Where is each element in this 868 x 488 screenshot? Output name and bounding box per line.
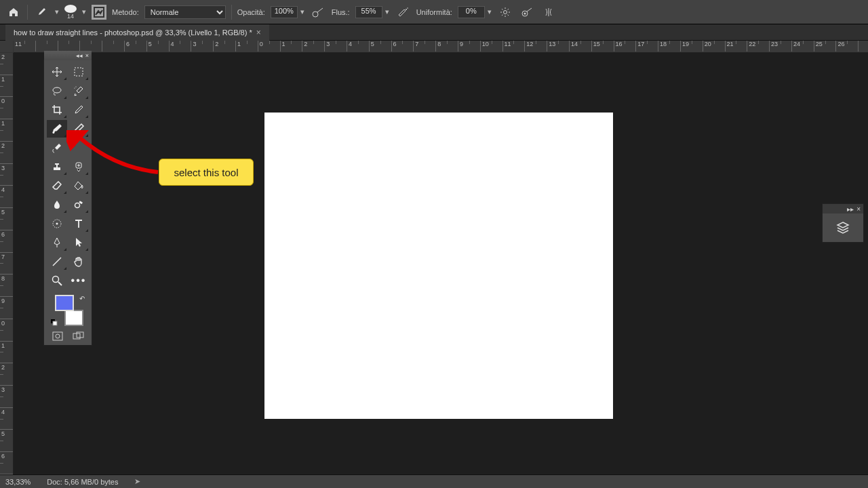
svg-point-6 — [524, 12, 526, 14]
close-icon[interactable]: × — [85, 52, 89, 59]
panel-collapse-icon[interactable]: ◂◂ — [76, 52, 83, 59]
chevron-down-icon[interactable]: ▾ — [82, 7, 86, 16]
svg-rect-22 — [53, 332, 62, 340]
quick-mask-icon[interactable] — [50, 330, 65, 342]
ruler-mark: 9 — [0, 297, 13, 319]
pressure-size-icon[interactable] — [519, 4, 535, 20]
ruler-mark: 0 — [258, 41, 281, 52]
ruler-mark: 23 — [770, 41, 792, 52]
ruler-mark: 10 — [481, 41, 503, 52]
canvas-document[interactable] — [264, 113, 613, 419]
ruler-mark: 5 — [0, 208, 13, 230]
ruler-mark: 3 — [0, 386, 13, 408]
brush-preset-picker[interactable]: 14 — [64, 5, 77, 20]
document-tab-title: how to draw straight lines - photoshop.p… — [14, 28, 252, 37]
blend-mode-select[interactable]: Normale — [144, 5, 226, 19]
chevron-right-icon[interactable]: ➤ — [134, 477, 140, 486]
ruler-mark: 7 — [414, 41, 436, 52]
symmetry-icon[interactable] — [540, 4, 557, 20]
layers-panel-collapsed[interactable]: ▸▸ × — [822, 203, 864, 243]
home-button[interactable] — [5, 4, 22, 20]
healing-brush-tool-icon[interactable] — [68, 158, 89, 176]
zoom-level[interactable]: 33,33% — [5, 478, 31, 486]
ruler-mark: 6 — [0, 230, 13, 253]
ruler-horizontal[interactable]: 1165432101234567891011121314151617181920… — [14, 41, 868, 53]
crop-tool-icon[interactable] — [47, 101, 67, 119]
doc-size[interactable]: Doc: 5,66 MB/0 bytes — [47, 478, 118, 486]
path-select-tool-icon[interactable] — [68, 234, 89, 251]
marquee-tool-icon[interactable] — [68, 63, 89, 81]
ruler-mark: 5 — [147, 41, 170, 52]
divider — [27, 5, 28, 20]
ruler-mark: 1 — [236, 41, 258, 52]
ruler-mark: 12 — [525, 41, 547, 52]
ruler-mark — [58, 41, 81, 52]
line-tool-icon[interactable] — [47, 253, 67, 270]
ruler-mark: 6 — [125, 41, 147, 52]
panel-expand-icon[interactable]: ▸▸ — [847, 205, 854, 213]
mixer-brush-tool-icon[interactable] — [47, 215, 67, 232]
dodge-tool-icon[interactable] — [68, 196, 89, 214]
brush-panel-icon[interactable] — [92, 5, 106, 20]
close-icon[interactable]: × — [856, 205, 861, 213]
ruler-mark: 2 — [0, 363, 13, 386]
background-color[interactable] — [64, 310, 83, 326]
clone-stamp-tool-icon[interactable] — [47, 158, 67, 176]
type-tool-icon[interactable] — [68, 215, 89, 232]
flow-input[interactable]: 55% — [355, 6, 382, 18]
pen-tool-icon[interactable] — [47, 234, 67, 251]
svg-point-10 — [75, 86, 76, 87]
history-brush-tool-icon[interactable] — [47, 139, 67, 157]
ruler-mark: 2 — [214, 41, 236, 52]
gear-icon[interactable] — [497, 4, 513, 20]
ruler-mark: 7 — [0, 253, 13, 275]
zoom-tool-icon[interactable] — [47, 272, 67, 289]
panel-header: ▸▸ × — [823, 204, 863, 214]
ruler-mark: 0 — [0, 319, 13, 342]
close-icon[interactable]: × — [256, 28, 261, 37]
svg-line-17 — [53, 258, 61, 266]
document-tab[interactable]: how to draw straight lines - photoshop.p… — [5, 24, 269, 41]
ruler-vertical[interactable]: 2101234567890123456 — [0, 53, 14, 474]
move-tool-icon[interactable] — [47, 63, 67, 81]
ruler-mark: 17 — [636, 41, 658, 52]
chevron-down-icon[interactable]: ▾ — [385, 7, 389, 16]
ruler-mark: 2 — [0, 142, 13, 164]
brush-tool-icon[interactable] — [47, 120, 67, 138]
foreground-color[interactable] — [55, 295, 74, 311]
smoothing-input[interactable]: 0% — [458, 6, 485, 18]
opacity-input[interactable]: 100% — [271, 6, 298, 18]
paint-bucket-tool-icon[interactable] — [68, 177, 89, 195]
airbrush-icon[interactable] — [395, 4, 411, 20]
eyedropper-tool-icon[interactable] — [68, 101, 89, 119]
svg-point-2 — [406, 9, 407, 10]
screen-mode-icon[interactable] — [71, 330, 86, 342]
ruler-mark: 4 — [170, 41, 192, 52]
brush-tool-icon[interactable] — [33, 4, 50, 20]
chevron-down-icon[interactable]: ▾ — [300, 7, 304, 16]
layers-icon[interactable] — [835, 220, 850, 235]
ruler-mark: 21 — [726, 41, 748, 52]
blur-tool-icon[interactable] — [47, 196, 67, 214]
ruler-mark: 3 — [0, 164, 13, 186]
swap-colors-icon[interactable]: ↶ — [79, 295, 85, 302]
ruler-origin[interactable] — [0, 41, 14, 53]
edit-toolbar-icon[interactable]: ••• — [68, 272, 89, 289]
mode-label: Metodo: — [112, 8, 139, 16]
chevron-down-icon[interactable]: ▾ — [55, 7, 59, 16]
pencil-tool-icon[interactable] — [68, 120, 89, 138]
eraser-tool-icon[interactable] — [47, 177, 67, 195]
svg-point-13 — [75, 203, 80, 208]
color-swatches: ↶ — [47, 295, 89, 326]
ruler-mark: 11 — [503, 41, 526, 52]
tools-panel: ◂◂ × ••• ↶ — [43, 60, 92, 346]
default-colors-icon[interactable] — [51, 319, 58, 326]
hand-tool-icon[interactable] — [68, 253, 89, 270]
ruler-mark: 11 — [14, 41, 36, 52]
quick-select-tool-icon[interactable] — [68, 82, 89, 100]
canvas-area[interactable] — [14, 53, 868, 474]
pressure-opacity-icon[interactable] — [310, 4, 326, 20]
chevron-down-icon[interactable]: ▾ — [488, 7, 492, 16]
ruler-mark — [36, 41, 58, 52]
lasso-tool-icon[interactable] — [47, 82, 67, 100]
